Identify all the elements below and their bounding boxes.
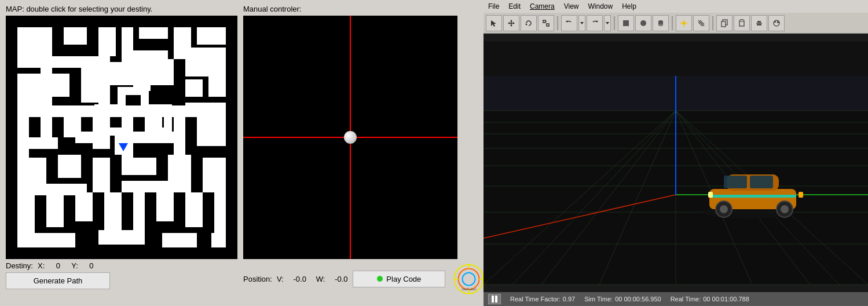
svg-marker-69: [510, 25, 512, 27]
svg-rect-32: [197, 134, 226, 146]
svg-rect-56: [185, 103, 226, 108]
tool-record[interactable]: [768, 15, 785, 31]
tool-light[interactable]: [676, 15, 692, 31]
maze-svg[interactable]: [6, 16, 237, 259]
svg-point-81: [640, 20, 646, 26]
real-time-item: Real Time: 00 00:01:00.788: [671, 296, 749, 303]
tool-align[interactable]: [751, 15, 767, 31]
svg-rect-28: [197, 114, 226, 137]
gazebo-menubar: File Edit Camera View Window Help: [484, 0, 868, 13]
svg-text:JdeRobot: JdeRobot: [462, 287, 477, 291]
menu-help[interactable]: Help: [622, 2, 636, 10]
svg-rect-131: [724, 176, 747, 188]
tool-texture[interactable]: [693, 15, 709, 31]
menu-camera[interactable]: Camera: [530, 2, 555, 10]
svg-marker-71: [513, 22, 515, 24]
rtf-item: Real Time Factor: 0.97: [510, 296, 575, 303]
svg-rect-40: [122, 181, 191, 192]
svg-rect-133: [709, 195, 796, 198]
tool-box[interactable]: [618, 15, 634, 31]
svg-rect-41: [203, 181, 226, 192]
right-panel: File Edit Camera View Window Help: [484, 0, 868, 306]
svg-rect-55: [208, 74, 226, 97]
svg-rect-139: [799, 192, 803, 198]
svg-rect-99: [757, 21, 761, 23]
svg-rect-2: [64, 27, 87, 45]
controller-canvas[interactable]: [243, 16, 457, 259]
position-row: Position: V: -0.0 W: -0.0: [243, 275, 353, 283]
y-label: Y:: [71, 261, 78, 270]
tool-scale[interactable]: [538, 15, 554, 31]
svg-rect-94: [721, 21, 726, 27]
tool-cylinder[interactable]: [653, 15, 669, 31]
w-value: -0.0: [329, 275, 353, 283]
svg-rect-80: [623, 20, 629, 26]
position-label: Position:: [243, 275, 272, 283]
sim-value: 00 00:00:56.950: [615, 296, 661, 303]
controller-footer: Position: V: -0.0 W: -0.0 Play Code: [243, 259, 486, 296]
tool-redo-dropdown[interactable]: [604, 15, 611, 31]
svg-rect-49: [214, 192, 226, 233]
svg-rect-50: [17, 233, 75, 247]
destiny-row: Destiny: X: 0 Y: 0: [6, 261, 237, 270]
pause-bar-right: [495, 296, 497, 303]
svg-rect-74: [547, 24, 549, 26]
tool-translate[interactable]: [503, 15, 519, 31]
svg-rect-138: [708, 192, 713, 198]
v-label: V:: [277, 275, 284, 283]
map-section: MAP: double click for selecting your des…: [6, 5, 237, 301]
svg-rect-3: [98, 27, 116, 56]
menu-edit[interactable]: Edit: [508, 2, 521, 10]
menu-view[interactable]: View: [564, 2, 579, 10]
pause-button[interactable]: [488, 294, 501, 304]
map-canvas[interactable]: [6, 16, 237, 259]
scene-svg: [484, 34, 868, 292]
svg-marker-77: [580, 22, 584, 24]
tool-undo[interactable]: [561, 15, 577, 31]
y-value: 0: [83, 261, 100, 270]
sim-time-item: Sim Time: 00 00:00:56.950: [584, 296, 661, 303]
x-label: X:: [38, 261, 45, 270]
svg-rect-36: [122, 158, 156, 175]
svg-rect-1: [17, 27, 52, 56]
tool-sphere[interactable]: [635, 15, 651, 31]
svg-rect-11: [17, 74, 41, 108]
svg-rect-53: [211, 233, 226, 247]
rt-label: Real Time:: [671, 296, 701, 303]
controller-label: Manual controler:: [243, 5, 486, 13]
svg-marker-103: [777, 21, 779, 23]
menu-window[interactable]: Window: [588, 2, 613, 10]
separator-1: [557, 16, 558, 30]
gazebo-toolbar: [484, 13, 868, 34]
gazebo-statusbar: Real Time Factor: 0.97 Sim Time: 00 00:0…: [484, 292, 868, 306]
svg-point-85: [682, 21, 686, 25]
gazebo-viewport[interactable]: [484, 34, 868, 292]
tool-undo-dropdown[interactable]: [578, 15, 585, 31]
svg-rect-8: [17, 56, 110, 68]
tool-rotate[interactable]: [521, 15, 537, 31]
play-code-label: Play Code: [386, 275, 421, 283]
svg-rect-42: [17, 192, 35, 239]
svg-marker-70: [508, 22, 510, 24]
separator-2: [614, 16, 615, 30]
tool-redo[interactable]: [587, 15, 603, 31]
svg-rect-6: [174, 27, 191, 50]
svg-point-59: [462, 272, 475, 285]
map-label: MAP: double click for selecting your des…: [6, 5, 237, 13]
destiny-label: Destiny:: [6, 261, 33, 270]
svg-rect-7: [197, 27, 226, 45]
play-code-button[interactable]: Play Code: [353, 271, 445, 287]
tool-paste[interactable]: [734, 15, 750, 31]
tool-copy[interactable]: [716, 15, 733, 31]
svg-point-58: [458, 268, 479, 289]
menu-file[interactable]: File: [488, 2, 499, 10]
svg-marker-72: [525, 24, 528, 26]
svg-marker-65: [491, 20, 496, 27]
map-footer: Destiny: X: 0 Y: 0 Generate Path: [6, 259, 237, 289]
separator-4: [712, 16, 713, 30]
rtf-value: 0.97: [563, 296, 575, 303]
svg-rect-5: [139, 27, 168, 39]
svg-rect-34: [58, 155, 81, 178]
tool-select[interactable]: [486, 15, 502, 31]
generate-path-button[interactable]: Generate Path: [6, 272, 110, 289]
